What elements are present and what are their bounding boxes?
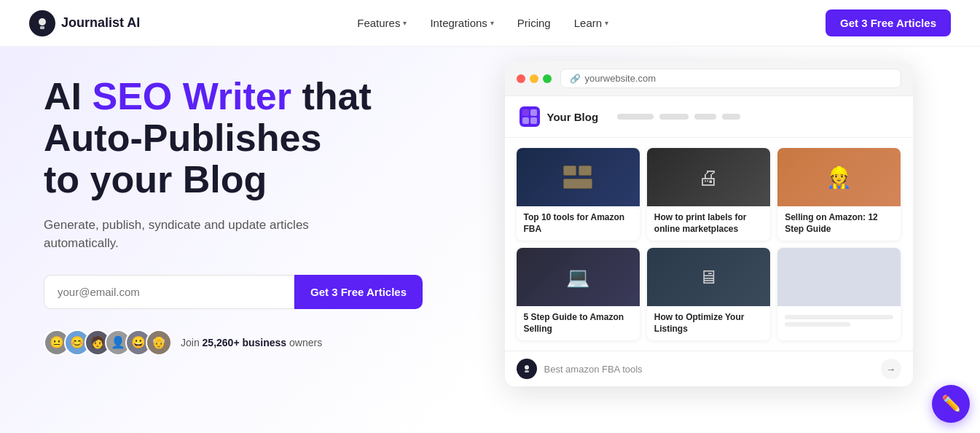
svg-rect-1 (40, 26, 44, 29)
card-title: How to print labels for online marketpla… (654, 212, 763, 235)
card-title: Top 10 tools for Amazon FBA (524, 212, 632, 235)
card-title: How to Optimize Your Listings (654, 312, 763, 335)
chevron-down-icon: ▾ (490, 19, 494, 27)
nav-integrations[interactable]: Integrations ▾ (430, 17, 493, 29)
email-input[interactable] (44, 275, 294, 309)
chevron-down-icon: ▾ (403, 19, 407, 27)
laptop-icon: 💻 (566, 266, 589, 289)
avatar-group: 😐 😊 🧑 👤 😀 👴 (44, 329, 172, 356)
navbar-cta-button[interactable]: Get 3 Free Articles (826, 9, 951, 36)
svg-rect-3 (525, 370, 529, 372)
chat-avatar-icon (517, 359, 537, 379)
browser-window: 🔗 yourwebsite.com Your Blog (505, 61, 913, 386)
card-image: 🖨 (647, 148, 770, 206)
nav-line (694, 114, 716, 120)
blog-card[interactable]: 🖨 How to print labels for online marketp… (647, 148, 770, 241)
chat-bubble-button[interactable]: ✏️ (932, 385, 970, 423)
printer-icon: 🖨 (698, 165, 718, 190)
svg-point-2 (525, 365, 529, 370)
browser-dot-minimize (530, 74, 538, 83)
hero-subtitle: Generate, publish, syndicate and update … (44, 216, 350, 253)
social-proof: 😐 😊 🧑 👤 😀 👴 Join 25,260 (44, 329, 423, 356)
social-proof-text: Join 25,260+ business owners (181, 337, 322, 348)
nav-learn[interactable]: Learn ▾ (574, 17, 608, 29)
social-proof-count: 25,260+ business (203, 337, 287, 348)
card-body (777, 306, 901, 332)
card-body: Selling on Amazon: 12 Step Guide (777, 206, 901, 241)
browser-dot-close (517, 74, 525, 83)
nav-line (722, 114, 740, 120)
card-body: How to Optimize Your Listings (647, 306, 770, 340)
blog-card[interactable]: 👷 Selling on Amazon: 12 Step Guide (777, 148, 901, 241)
person-icon: 👷 (826, 165, 852, 190)
url-text: yourwebsite.com (585, 73, 656, 84)
nav-features[interactable]: Features ▾ (357, 17, 407, 29)
boxes-icon (563, 165, 592, 189)
hero-title-plain: AI (44, 75, 92, 117)
blog-title: Your Blog (547, 111, 599, 123)
link-icon: 🔗 (570, 74, 581, 84)
card-image: 🖥 (647, 248, 770, 306)
chevron-down-icon: ▾ (605, 19, 608, 27)
blog-card[interactable]: 💻 5 Step Guide to Amazon Selling (517, 248, 640, 340)
browser-dot-maximize (543, 74, 552, 83)
card-lines (785, 315, 893, 327)
email-form: Get 3 Free Articles (44, 275, 423, 309)
monitor-icon: 🖥 (699, 266, 718, 289)
card-body: 5 Step Guide to Amazon Selling (517, 306, 640, 340)
logo-text: Journalist AI (61, 15, 140, 31)
browser-dots (517, 74, 552, 83)
blog-grid: Top 10 tools for Amazon FBA 🖨 How to pri… (505, 138, 913, 351)
blog-card[interactable]: 🖥 How to Optimize Your Listings (647, 248, 770, 340)
blog-card[interactable]: Top 10 tools for Amazon FBA (517, 148, 640, 241)
chat-input[interactable]: Best amazon FBA tools (544, 364, 874, 375)
hero-section: AI SEO Writer thatAuto-Publishesto your … (0, 47, 452, 433)
main-content: AI SEO Writer thatAuto-Publishesto your … (0, 47, 980, 433)
card-image: 💻 (517, 248, 640, 306)
nav-pricing[interactable]: Pricing (517, 17, 551, 29)
blog-header: Your Blog (505, 96, 913, 138)
card-body: How to print labels for online marketpla… (647, 206, 770, 241)
browser-bar: 🔗 yourwebsite.com (505, 61, 913, 96)
card-image: 👷 (777, 148, 901, 206)
navbar: Journalist AI Features ▾ Integrations ▾ … (0, 0, 980, 47)
browser-section: 🔗 yourwebsite.com Your Blog (452, 47, 980, 433)
avatar: 👴 (146, 329, 172, 356)
card-title: 5 Step Guide to Amazon Selling (524, 312, 632, 335)
chat-bar: Best amazon FBA tools → (505, 351, 913, 386)
nav-menu: Features ▾ Integrations ▾ Pricing Learn … (357, 17, 608, 29)
hero-title: AI SEO Writer thatAuto-Publishesto your … (44, 76, 423, 201)
card-title: Selling on Amazon: 12 Step Guide (785, 212, 893, 235)
hero-title-highlight: SEO Writer (92, 75, 291, 117)
card-line (785, 322, 850, 327)
card-image-placeholder (777, 248, 901, 306)
blog-card-placeholder (777, 248, 901, 340)
nav-line (659, 114, 689, 120)
logo-icon (29, 10, 55, 36)
hero-cta-button[interactable]: Get 3 Free Articles (294, 275, 423, 309)
card-line (785, 315, 893, 319)
svg-point-0 (39, 18, 46, 26)
logo-area: Journalist AI (29, 10, 140, 36)
chat-bubble-icon: ✏️ (941, 394, 961, 413)
url-bar[interactable]: 🔗 yourwebsite.com (560, 69, 901, 88)
blog-logo-icon (520, 106, 540, 127)
card-image (517, 148, 640, 206)
blog-nav-lines (617, 114, 740, 120)
card-body: Top 10 tools for Amazon FBA (517, 206, 640, 241)
nav-line (617, 114, 654, 120)
chat-send-button[interactable]: → (881, 359, 901, 379)
